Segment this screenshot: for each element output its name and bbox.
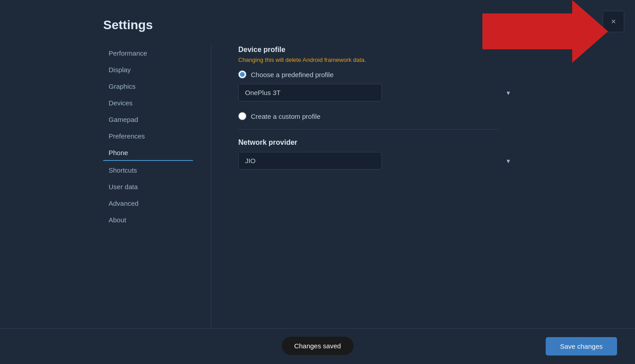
predefined-profile-dropdown[interactable]: OnePlus 3T Pixel 4 Samsung Galaxy S10 Ne… [238,84,382,101]
sidebar: Performance Display Graphics Devices Gam… [103,46,202,364]
sidebar-item-gamepad[interactable]: Gamepad [103,112,193,127]
sidebar-item-advanced[interactable]: Advanced [103,196,193,211]
network-dropdown-arrow-icon: ▼ [505,157,511,164]
sidebar-item-phone[interactable]: Phone [103,145,193,161]
page-title: Settings [0,0,635,46]
radio-predefined[interactable] [238,70,246,78]
settings-container: Settings Performance Display Graphics De… [0,0,635,364]
close-button[interactable]: × [603,11,624,32]
device-profile-label: Device profile [238,46,517,54]
network-provider-section: Network provider JIO Airtel Vodafone BSN… [238,139,517,169]
network-provider-dropdown[interactable]: JIO Airtel Vodafone BSNL [238,152,382,169]
sidebar-item-graphics[interactable]: Graphics [103,79,193,94]
toast-notification: Changes saved [281,337,353,355]
device-profile-section: Device profile Changing this will delete… [238,46,517,120]
radio-custom-row: Create a custom profile [238,112,517,120]
device-profile-warning: Changing this will delete Android framew… [238,56,517,63]
sidebar-item-user-data[interactable]: User data [103,179,193,194]
save-changes-button[interactable]: Save changes [546,337,617,355]
sidebar-item-performance[interactable]: Performance [103,46,193,61]
predefined-dropdown-arrow-icon: ▼ [505,89,511,96]
close-icon: × [611,17,616,26]
sidebar-item-shortcuts[interactable]: Shortcuts [103,163,193,178]
sidebar-item-preferences[interactable]: Preferences [103,129,193,143]
radio-predefined-label[interactable]: Choose a predefined profile [251,71,333,78]
sidebar-item-devices[interactable]: Devices [103,95,193,110]
radio-predefined-row: Choose a predefined profile [238,70,517,78]
radio-custom-label[interactable]: Create a custom profile [251,113,320,120]
sidebar-item-about[interactable]: About [103,212,193,227]
bottom-bar: Changes saved Save changes [0,328,635,364]
network-provider-label: Network provider [238,139,517,147]
sidebar-item-display[interactable]: Display [103,62,193,77]
main-content: Device profile Changing this will delete… [220,46,534,364]
predefined-dropdown-wrapper: OnePlus 3T Pixel 4 Samsung Galaxy S10 Ne… [238,84,517,101]
settings-body: Performance Display Graphics Devices Gam… [0,46,635,364]
radio-custom[interactable] [238,112,246,120]
network-dropdown-wrapper: JIO Airtel Vodafone BSNL ▼ [238,152,517,169]
section-divider [238,129,499,130]
sidebar-divider [211,46,211,364]
